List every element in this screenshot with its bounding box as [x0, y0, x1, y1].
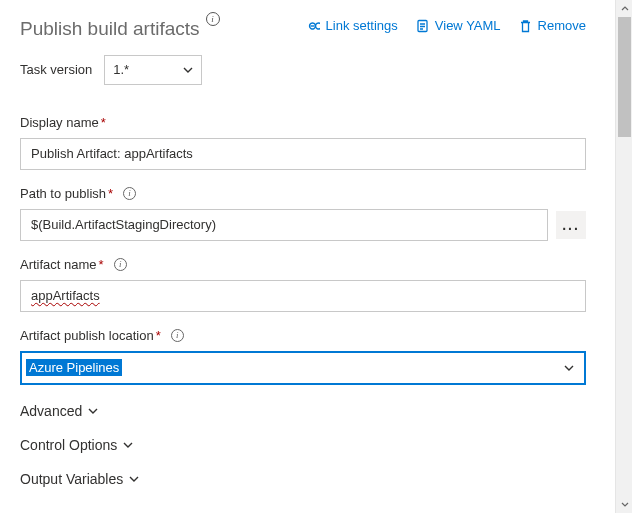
path-to-publish-label: Path to publish*	[20, 186, 113, 201]
page-title: Publish build artifacts	[20, 18, 200, 41]
artifact-name-label: Artifact name*	[20, 257, 104, 272]
display-name-input[interactable]	[20, 138, 586, 170]
link-icon	[305, 20, 320, 32]
link-settings-label: Link settings	[326, 18, 398, 33]
artifact-publish-location-select[interactable]: Azure Pipelines	[20, 351, 586, 385]
artifact-publish-location-value: Azure Pipelines	[26, 359, 122, 376]
chevron-down-icon	[183, 67, 193, 73]
artifact-name-input[interactable]: appArtifacts	[20, 280, 586, 312]
control-options-label: Control Options	[20, 437, 117, 453]
document-icon	[416, 19, 429, 33]
link-settings-button[interactable]: Link settings	[305, 18, 398, 33]
path-to-publish-input[interactable]	[20, 209, 548, 241]
task-version-label: Task version	[20, 62, 92, 77]
trash-icon	[519, 19, 532, 33]
chevron-down-icon	[564, 365, 574, 371]
advanced-section-toggle[interactable]: Advanced	[20, 403, 586, 419]
view-yaml-label: View YAML	[435, 18, 501, 33]
info-icon[interactable]: i	[114, 258, 127, 271]
output-variables-section-toggle[interactable]: Output Variables	[20, 471, 586, 487]
task-actions: Link settings View YAML Remove	[305, 18, 586, 33]
info-icon[interactable]: i	[171, 329, 184, 342]
output-variables-label: Output Variables	[20, 471, 123, 487]
info-icon[interactable]: i	[123, 187, 136, 200]
scroll-thumb[interactable]	[618, 17, 631, 137]
artifact-publish-location-label: Artifact publish location*	[20, 328, 161, 343]
scroll-down-button[interactable]	[616, 496, 632, 513]
remove-button[interactable]: Remove	[519, 18, 586, 33]
scroll-up-button[interactable]	[616, 0, 632, 17]
vertical-scrollbar[interactable]	[615, 0, 632, 513]
display-name-label: Display name*	[20, 115, 106, 130]
browse-path-button[interactable]: ...	[556, 211, 586, 239]
info-icon[interactable]: i	[206, 12, 220, 26]
remove-label: Remove	[538, 18, 586, 33]
advanced-label: Advanced	[20, 403, 82, 419]
chevron-down-icon	[88, 408, 98, 414]
task-version-value: 1.*	[113, 62, 129, 77]
task-version-select[interactable]: 1.*	[104, 55, 202, 85]
control-options-section-toggle[interactable]: Control Options	[20, 437, 586, 453]
chevron-down-icon	[123, 442, 133, 448]
chevron-down-icon	[129, 476, 139, 482]
view-yaml-button[interactable]: View YAML	[416, 18, 501, 33]
